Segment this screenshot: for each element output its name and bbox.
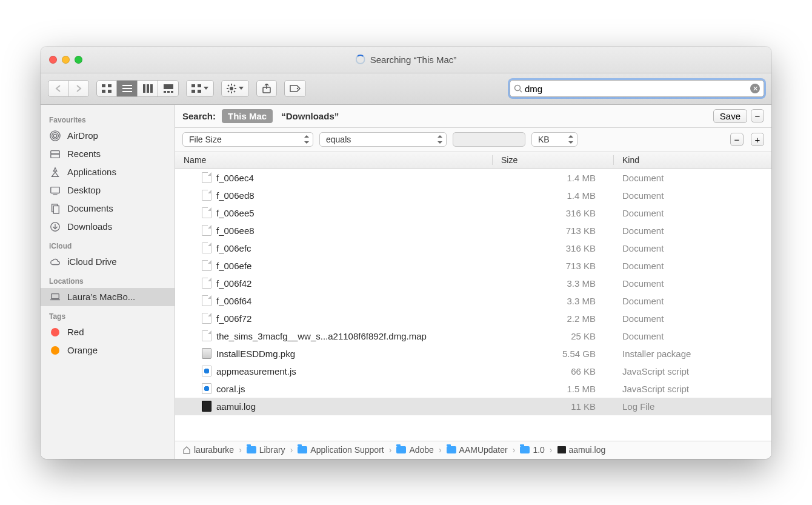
tags-button[interactable] — [284, 80, 306, 97]
recents-icon — [49, 148, 61, 160]
file-icon — [202, 295, 211, 306]
search-scope-bar: Search: This Mac “Downloads” Save − — [175, 105, 771, 128]
sidebar-header: iCloud — [41, 239, 175, 253]
sidebar-item[interactable]: Laura’s MacBo... — [41, 288, 175, 306]
scope-this-mac[interactable]: This Mac — [222, 109, 273, 123]
file-kind: Document — [614, 313, 771, 324]
file-list[interactable]: f_006ec41.4 MBDocumentf_006ed81.4 MBDocu… — [175, 169, 771, 441]
sidebar-item-label: Desktop — [67, 185, 101, 195]
file-row[interactable]: f_006f423.3 MBDocument — [175, 275, 771, 292]
arrange-menu[interactable] — [186, 80, 214, 97]
sidebar-item[interactable]: Orange — [41, 341, 175, 360]
path-segment[interactable]: Library — [247, 445, 285, 455]
file-name: appmeasurement.js — [216, 366, 296, 376]
file-row[interactable]: coral.js1.5 MBJavaScript script — [175, 380, 771, 398]
sidebar-item[interactable]: Red — [41, 323, 175, 341]
file-row[interactable]: f_006ed81.4 MBDocument — [175, 187, 771, 204]
file-row[interactable]: f_006ee8713 KBDocument — [175, 222, 771, 239]
path-segment[interactable]: AAMUpdater — [447, 445, 508, 455]
file-name: f_006ee8 — [216, 226, 255, 236]
action-menu[interactable] — [221, 80, 249, 97]
add-filter-button[interactable]: + — [751, 133, 764, 146]
sidebar-header: Favourites — [41, 113, 175, 127]
share-button[interactable] — [256, 80, 277, 97]
svg-rect-5 — [122, 88, 132, 89]
path-segment[interactable]: lauraburke — [182, 445, 234, 455]
file-name: the_sims_3macfg__ww_s...a21108f6f892f.dm… — [216, 331, 427, 341]
save-search-button[interactable]: Save — [713, 109, 747, 123]
file-kind: Installer package — [614, 349, 771, 359]
scope-downloads[interactable]: “Downloads” — [281, 111, 339, 121]
remove-filter-button[interactable]: − — [730, 133, 744, 146]
sidebar-item[interactable]: Documents — [41, 199, 175, 218]
back-button[interactable] — [48, 80, 68, 97]
file-kind: Document — [614, 261, 771, 271]
file-icon — [202, 207, 211, 218]
file-kind: Document — [614, 278, 771, 289]
sidebar-item[interactable]: iCloud Drive — [41, 253, 175, 271]
path-segment[interactable]: Application Support — [298, 445, 384, 455]
file-size: 316 KB — [493, 243, 614, 253]
close-button[interactable] — [49, 56, 57, 64]
laptop-icon — [49, 291, 61, 303]
file-row[interactable]: f_006ec41.4 MBDocument — [175, 169, 771, 187]
column-name[interactable]: Name — [175, 155, 493, 165]
filter-comparator-select[interactable]: equals — [319, 132, 447, 147]
search-field[interactable]: ✕ — [510, 80, 764, 97]
file-row[interactable]: f_006f643.3 MBDocument — [175, 292, 771, 310]
file-row[interactable]: f_006efc316 KBDocument — [175, 239, 771, 257]
file-row[interactable]: the_sims_3macfg__ww_s...a21108f6f892f.dm… — [175, 327, 771, 345]
view-icon-button[interactable] — [96, 80, 117, 97]
file-kind: JavaScript script — [614, 384, 771, 394]
svg-rect-3 — [108, 90, 111, 93]
file-icon — [202, 242, 211, 253]
file-row[interactable]: aamui.log11 KBLog File — [175, 398, 771, 415]
airdrop-icon — [49, 130, 61, 142]
clear-search-button[interactable]: ✕ — [750, 84, 760, 93]
file-icon — [202, 172, 211, 183]
sidebar-item[interactable]: AirDrop — [41, 127, 175, 145]
file-name: f_006f64 — [216, 296, 251, 306]
svg-rect-35 — [51, 154, 59, 158]
view-column-button[interactable] — [138, 80, 158, 97]
file-size: 11 KB — [493, 401, 614, 412]
zoom-button[interactable] — [75, 56, 82, 64]
path-segment[interactable]: aamui.log — [557, 445, 606, 455]
sidebar-item-label: Red — [67, 327, 84, 337]
file-size: 25 KB — [493, 331, 614, 341]
file-row[interactable]: f_006f722.2 MBDocument — [175, 310, 771, 327]
sidebar-header: Locations — [41, 275, 175, 288]
view-list-button[interactable] — [117, 80, 138, 97]
file-icon — [202, 225, 211, 236]
documents-icon — [49, 202, 61, 215]
filter-unit-select[interactable]: KB — [531, 132, 577, 147]
sidebar-item[interactable]: Recents — [41, 145, 175, 163]
column-size[interactable]: Size — [493, 155, 614, 165]
filter-value-input[interactable] — [453, 132, 525, 147]
path-segment[interactable]: Adobe — [396, 445, 433, 455]
file-row[interactable]: f_006efe713 KBDocument — [175, 257, 771, 275]
file-name: InstallESDDmg.pkg — [216, 349, 295, 359]
filter-attribute-select[interactable]: File Size — [182, 132, 313, 147]
file-icon — [202, 313, 211, 324]
file-icon — [202, 383, 211, 394]
path-segment[interactable]: 1.0 — [520, 445, 544, 455]
remove-scope-button[interactable]: − — [751, 109, 764, 122]
sidebar-item-label: Orange — [67, 345, 98, 355]
search-input[interactable] — [522, 84, 750, 94]
file-row[interactable]: f_006ee5316 KBDocument — [175, 204, 771, 222]
svg-rect-1 — [108, 84, 111, 87]
file-size: 5.54 GB — [493, 349, 614, 359]
sidebar-item-label: Applications — [67, 167, 116, 177]
file-row[interactable]: appmeasurement.js66 KBJavaScript script — [175, 363, 771, 380]
sidebar-item[interactable]: Downloads — [41, 218, 175, 236]
file-icon — [202, 190, 211, 201]
file-row[interactable]: InstallESDDmg.pkg5.54 GBInstaller packag… — [175, 345, 771, 363]
sidebar-item-label: iCloud Drive — [67, 256, 117, 267]
forward-button[interactable] — [68, 80, 89, 97]
view-gallery-button[interactable] — [158, 80, 179, 97]
sidebar-item[interactable]: Applications — [41, 163, 175, 181]
minimize-button[interactable] — [62, 56, 70, 64]
column-kind[interactable]: Kind — [614, 155, 771, 165]
sidebar-item[interactable]: Desktop — [41, 181, 175, 199]
